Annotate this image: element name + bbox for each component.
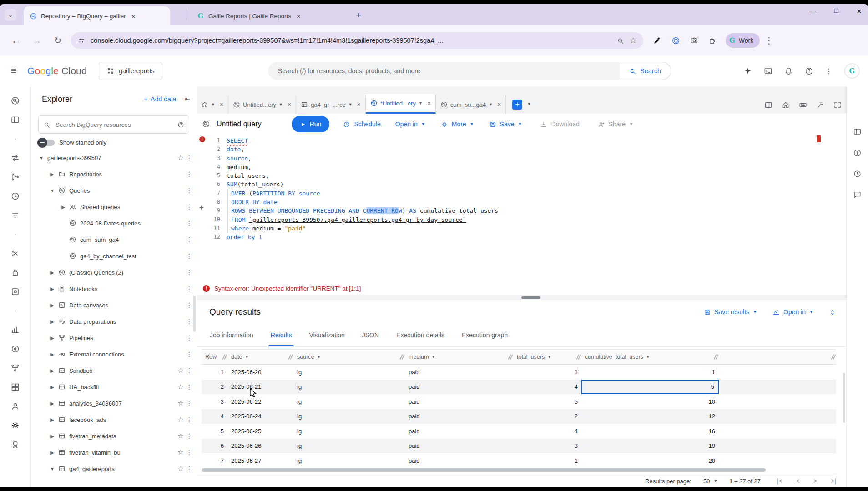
more-options-icon[interactable]: ⋮	[186, 416, 193, 423]
more-button[interactable]: More▼	[441, 120, 474, 128]
column-resize-handle[interactable]	[222, 354, 227, 360]
close-tab-icon[interactable]: ×	[425, 100, 431, 107]
more-options-icon[interactable]: ⋮	[186, 170, 193, 178]
collapse-panel-icon[interactable]: ⇤	[184, 95, 190, 103]
tree-item-external-connections[interactable]: ▶External connections⋮	[31, 346, 197, 362]
expand-icon[interactable]: ▶	[48, 319, 56, 324]
more-options-icon[interactable]: ⋮	[186, 318, 193, 325]
column-resize-handle[interactable]	[400, 354, 404, 360]
table-cell[interactable]: 2025-06-22	[227, 394, 293, 409]
governance-icon[interactable]	[10, 266, 20, 279]
expand-icon[interactable]: ▶	[48, 352, 56, 357]
table-row[interactable]: 42025-06-24igpaid212	[202, 409, 836, 424]
column-resize-handle[interactable]	[576, 354, 581, 360]
table-cell[interactable]: ig	[293, 439, 405, 454]
tab-overflow-icon[interactable]: ▼	[527, 101, 531, 106]
star-icon[interactable]: ☆	[176, 448, 186, 456]
gcp-search-button[interactable]: Search	[620, 62, 671, 80]
chevron-down-icon[interactable]: ▼	[279, 102, 283, 107]
migration-icon[interactable]	[10, 247, 20, 260]
table-cell[interactable]: paid	[405, 394, 513, 409]
expand-icon[interactable]: ▶	[59, 205, 67, 210]
tree-item-data-canvases[interactable]: ▶Data canvases⋮	[31, 297, 197, 313]
expand-icon[interactable]: ▶	[48, 368, 56, 373]
table-cell[interactable]: 6	[202, 439, 227, 454]
browser-profile-chip[interactable]: G Work	[726, 33, 760, 48]
star-icon[interactable]: ☆	[176, 383, 186, 391]
table-cell[interactable]: ig	[293, 380, 405, 395]
table-cell[interactable]: 1	[581, 365, 719, 380]
close-tab-icon[interactable]: ×	[355, 101, 361, 108]
chevron-down-icon[interactable]: ▼	[489, 102, 493, 107]
column-resize-handle[interactable]	[831, 354, 836, 360]
chevron-down-icon[interactable]: ▼	[348, 102, 353, 107]
pipelines-icon[interactable]	[10, 362, 20, 374]
expand-icon[interactable]: ▶	[48, 417, 56, 422]
more-options-icon[interactable]: ⋮	[186, 252, 193, 260]
column-header-date[interactable]: date▼	[227, 350, 293, 364]
tree-item-queries[interactable]: ▼Queries⋮	[31, 182, 197, 199]
url-field[interactable]: console.cloud.google.com/bigquery?projec…	[71, 32, 643, 49]
data-transfers-icon[interactable]	[10, 152, 20, 164]
metadata-icon[interactable]	[10, 286, 20, 298]
help-icon[interactable]	[805, 66, 813, 75]
save-results-button[interactable]: Save results▼	[704, 308, 757, 316]
table-cell[interactable]: ig	[293, 365, 405, 380]
table-cell[interactable]: 2025-06-24	[227, 409, 293, 424]
tree-item-ua-backfill[interactable]: ▶UA_backfill☆⋮	[31, 379, 197, 395]
tree-item-data-preparations[interactable]: ▶Data preparations⋮	[31, 313, 197, 330]
site-settings-icon[interactable]	[77, 36, 85, 45]
star-icon[interactable]: ☆	[176, 432, 186, 440]
add-data-button[interactable]: +Add data	[143, 95, 176, 104]
zoom-page-icon[interactable]	[617, 36, 624, 45]
more-options-icon[interactable]: ⋮	[186, 465, 193, 472]
more-options-icon[interactable]: ⋮	[186, 220, 193, 227]
monitoring-icon[interactable]	[10, 324, 20, 336]
table-cell[interactable]: paid	[405, 453, 513, 468]
open-in-button[interactable]: Open in▼	[395, 120, 425, 128]
extensions-icon[interactable]	[708, 36, 717, 45]
tree-item-sandbox[interactable]: ▶Sandbox☆⋮	[31, 362, 197, 379]
expand-icon[interactable]: ▶	[48, 303, 56, 308]
table-row[interactable]: 72025-06-27igpaid120	[202, 453, 836, 468]
expand-panel-icon[interactable]	[829, 308, 836, 316]
more-options-icon[interactable]: ⋮	[186, 154, 193, 161]
history-icon[interactable]	[853, 170, 862, 178]
bookmark-star-icon[interactable]: ☆	[630, 35, 637, 45]
column-resize-handle[interactable]	[714, 354, 718, 360]
table-cell[interactable]: paid	[405, 365, 513, 380]
capacity-icon[interactable]	[10, 343, 20, 355]
hamburger-menu-icon[interactable]: ≡	[0, 65, 27, 77]
collapse-icon[interactable]: ▼	[37, 155, 45, 160]
more-options-icon[interactable]: ⋮	[186, 203, 193, 210]
split-editor-icon[interactable]	[764, 100, 772, 109]
explorer-search-box[interactable]	[38, 115, 189, 134]
expand-icon[interactable]: ▶	[48, 336, 56, 341]
more-options-icon[interactable]: ⋮	[186, 334, 193, 341]
table-row[interactable]: 32025-06-22igpaid510	[202, 394, 836, 409]
editor-panes-icon[interactable]	[10, 114, 20, 126]
column-header-source[interactable]: source▼	[293, 350, 405, 364]
chevron-down-icon[interactable]: ▼	[211, 102, 215, 107]
more-options-icon[interactable]: ⋮	[186, 285, 193, 292]
more-options-icon[interactable]: ⋮	[186, 269, 193, 276]
show-starred-toggle[interactable]	[38, 140, 55, 146]
close-tab-icon[interactable]: ×	[495, 101, 501, 108]
table-cell[interactable]: ig	[293, 394, 405, 409]
home-icon[interactable]	[782, 100, 790, 109]
gemini-assist-icon[interactable]	[198, 204, 205, 211]
collapse-icon[interactable]: ▼	[48, 466, 56, 471]
table-cell[interactable]: 1	[513, 453, 581, 468]
sort-caret-icon[interactable]: ▼	[646, 355, 650, 359]
gcp-more-kebab-icon[interactable]: ⋮	[825, 67, 833, 75]
column-resize-handle[interactable]	[508, 354, 513, 360]
next-page-icon[interactable]: >	[813, 477, 817, 485]
bigquery-studio-icon[interactable]	[10, 95, 20, 107]
close-tab-icon[interactable]: ×	[286, 101, 291, 108]
editor-tab-untitled-ery[interactable]: Untitled...ery▼×	[228, 95, 296, 114]
results-tab-visualization[interactable]: Visualization	[300, 324, 353, 346]
table-cell[interactable]: ig	[293, 453, 405, 468]
results-tab-execution-details[interactable]: Execution details	[388, 324, 453, 346]
table-cell[interactable]: ig	[293, 424, 405, 439]
tree-item-shared-queries[interactable]: ▶Shared queries⋮	[31, 199, 197, 215]
